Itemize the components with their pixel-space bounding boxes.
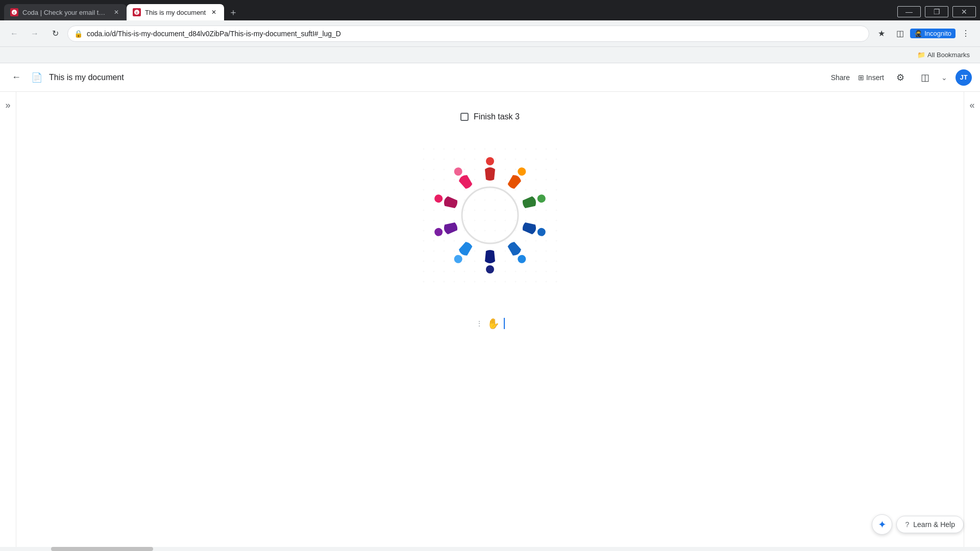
document-content: Finish task 3	[16, 92, 964, 551]
hand-icon: ✋	[487, 317, 500, 330]
task-row: Finish task 3	[460, 112, 520, 121]
task-label-text: Finish task 3	[474, 112, 520, 121]
help-fab-area: ✦ ? Learn & Help	[872, 514, 964, 535]
back-button[interactable]: ←	[6, 26, 22, 42]
three-dots-icon: ⋮	[476, 319, 483, 328]
right-chevrons-icon: «	[969, 100, 974, 111]
block-row: ⋮ ✋	[476, 317, 505, 330]
close-button[interactable]: ✕	[952, 6, 976, 17]
browser-frame: c Coda | Check your email to fin... ✕ c …	[0, 0, 980, 551]
bookmark-star-button[interactable]: ★	[873, 26, 890, 42]
browser-titlebar: c Coda | Check your email to fin... ✕ c …	[0, 0, 980, 20]
lock-icon: 🔒	[74, 30, 83, 38]
insert-label: Insert	[866, 73, 884, 82]
ai-assistant-button[interactable]: ✦	[872, 514, 892, 535]
view-button[interactable]: ◫	[917, 69, 933, 86]
svg-point-11	[486, 265, 494, 273]
maximize-button[interactable]: ❐	[925, 6, 948, 17]
svg-text:c: c	[136, 11, 138, 14]
menu-button[interactable]: ⋮	[958, 26, 974, 42]
sidebar-chevrons-icon: »	[5, 100, 10, 111]
tab2-close-button[interactable]: ✕	[210, 8, 218, 16]
sidebar-toggle-button[interactable]: »	[0, 92, 16, 551]
all-bookmarks-button[interactable]: 📁 All Bookmarks	[913, 49, 974, 61]
question-mark-icon: ?	[905, 520, 909, 529]
address-url-text: coda.io/d/This-is-my-document_d84lv0ZibP…	[87, 30, 863, 38]
right-panel-toggle-button[interactable]: «	[964, 92, 980, 551]
header-chevron-icon: ⌄	[941, 73, 947, 82]
main-content: » Finish task 3	[0, 92, 980, 551]
document-title: This is my document	[49, 73, 825, 82]
split-button[interactable]: ◫	[892, 26, 908, 42]
bookmarks-label: All Bookmarks	[927, 51, 970, 59]
browser-tab-1[interactable]: c Coda | Check your email to fin... ✕	[4, 4, 127, 20]
doc-header-area: Finish task 3	[311, 112, 669, 330]
coda-people-logo	[419, 144, 561, 287]
learn-help-label: Learn & Help	[913, 520, 955, 529]
forward-button[interactable]: →	[27, 26, 43, 42]
browser-toolbar: ← → ↻ 🔒 coda.io/d/This-is-my-document_d8…	[0, 20, 980, 47]
horizontal-scrollbar[interactable]	[0, 547, 980, 551]
bookmarks-icon: 📁	[917, 51, 925, 59]
insert-button[interactable]: ⊞ Insert	[858, 73, 884, 82]
tab1-favicon: c	[10, 8, 18, 16]
tab1-title: Coda | Check your email to fin...	[22, 9, 108, 16]
app-area: ← 📄 This is my document Share ⊞ Insert ⚙…	[0, 63, 980, 551]
coda-logo-container	[311, 144, 669, 287]
user-avatar[interactable]: JT	[955, 69, 972, 86]
tab1-close-button[interactable]: ✕	[112, 8, 120, 16]
tab2-favicon: c	[133, 8, 141, 16]
incognito-label: Incognito	[924, 30, 951, 37]
browser-tab-2[interactable]: c This is my document ✕	[127, 4, 224, 20]
app-header: ← 📄 This is my document Share ⊞ Insert ⚙…	[0, 63, 980, 92]
settings-button[interactable]: ⚙	[892, 69, 909, 86]
header-actions: Share ⊞ Insert ⚙ ◫ ⌄ JT	[831, 69, 972, 86]
text-cursor	[504, 318, 505, 329]
reload-button[interactable]: ↻	[47, 26, 63, 42]
new-tab-button[interactable]: ＋	[226, 5, 240, 19]
scrollbar-thumb[interactable]	[51, 547, 153, 551]
svg-point-6	[486, 157, 494, 165]
task-checkbox[interactable]	[460, 113, 469, 121]
share-label: Share	[831, 73, 850, 82]
minimize-button[interactable]: —	[897, 6, 921, 17]
svg-text:c: c	[13, 11, 15, 14]
window-controls: — ❐ ✕	[897, 6, 976, 17]
share-button[interactable]: Share	[831, 73, 850, 82]
back-nav-button[interactable]: ←	[8, 69, 24, 86]
sparkle-icon: ✦	[878, 518, 887, 531]
address-bar[interactable]: 🔒 coda.io/d/This-is-my-document_d84lv0Zi…	[67, 26, 869, 42]
bookmarks-bar: 📁 All Bookmarks	[0, 47, 980, 63]
incognito-icon: 🥷	[914, 30, 922, 37]
insert-grid-icon: ⊞	[858, 73, 864, 82]
document-icon: 📄	[31, 71, 43, 84]
tab2-title: This is my document	[145, 9, 206, 16]
block-drag-handle[interactable]: ⋮	[476, 319, 483, 328]
toolbar-actions: ★ ◫ 🥷 Incognito ⋮	[873, 26, 974, 42]
learn-help-button[interactable]: ? Learn & Help	[896, 516, 964, 533]
avatar-text: JT	[960, 73, 967, 81]
incognito-badge: 🥷 Incognito	[910, 29, 955, 38]
